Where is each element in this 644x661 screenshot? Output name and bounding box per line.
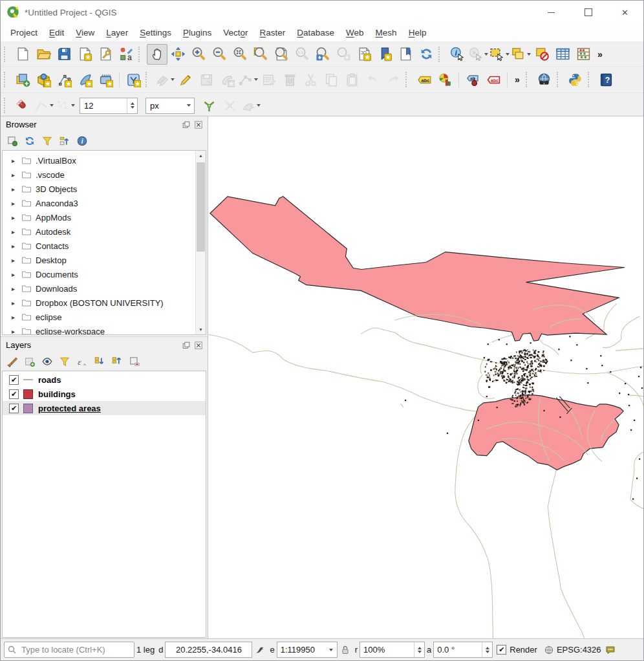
layer-item-roads[interactable]: ✔roads — [3, 373, 206, 387]
browser-item--virtualbox[interactable]: ▸.VirtualBox — [3, 153, 206, 168]
expand-arrow-icon[interactable]: ▸ — [12, 186, 21, 193]
browser-close-icon[interactable] — [193, 120, 204, 130]
open-project-button[interactable] — [33, 44, 54, 65]
deselect-features-button[interactable] — [531, 44, 552, 65]
dropdown-caret-icon[interactable] — [171, 78, 175, 81]
browser-item-autodesk[interactable]: ▸Autodesk — [3, 224, 206, 239]
toolbar-handle[interactable] — [438, 47, 445, 62]
scroll-up-icon[interactable]: ▲ — [196, 151, 206, 160]
expand-arrow-icon[interactable]: ▸ — [12, 314, 21, 321]
render-checkbox[interactable]: ✔ Render — [497, 645, 537, 655]
zoom-full-button[interactable] — [230, 44, 250, 65]
zoom-native-button[interactable]: 1:1 — [292, 44, 312, 65]
menu-item-web[interactable]: Web — [340, 25, 370, 40]
menu-item-view[interactable]: View — [70, 25, 100, 40]
new-print-layout-button[interactable] — [74, 44, 95, 65]
menu-item-help[interactable]: Help — [403, 25, 433, 40]
layer-visibility-checkbox[interactable]: ✔ — [9, 389, 19, 399]
style-manager-button[interactable]: a — [116, 44, 136, 65]
expand-arrow-icon[interactable]: ▸ — [12, 200, 21, 207]
topological-editing-button[interactable] — [199, 95, 219, 116]
toolbar-extension-button[interactable]: » — [594, 49, 606, 60]
layer-labeling-button[interactable]: abc — [414, 69, 435, 90]
new-bookmark-button[interactable] — [374, 44, 395, 65]
menu-item-edit[interactable]: Edit — [43, 25, 70, 40]
browser-item--vscode[interactable]: ▸.vscode — [3, 168, 206, 182]
dropdown-caret-icon[interactable] — [254, 78, 258, 81]
collapse-all-button[interactable] — [111, 355, 123, 368]
snapping-tolerance-spinbox[interactable]: 12 — [80, 98, 138, 114]
toolbar-handle[interactable] — [588, 72, 594, 87]
expand-arrow-icon[interactable]: ▸ — [12, 328, 21, 335]
layout-manager-button[interactable] — [95, 44, 116, 65]
dropdown-caret-icon[interactable] — [71, 104, 75, 107]
new-shapefile-layer-button[interactable] — [54, 69, 74, 90]
pin-labels-button[interactable]: ab — [462, 69, 483, 90]
expand-arrow-icon[interactable]: ▸ — [12, 271, 21, 278]
expand-arrow-icon[interactable]: ▸ — [12, 228, 21, 235]
identify-features-button[interactable]: i — [447, 44, 467, 65]
select-features-button[interactable] — [489, 44, 510, 65]
scale-dropdown-icon[interactable] — [326, 642, 337, 657]
python-console-button[interactable] — [565, 69, 586, 90]
log-messages-icon[interactable] — [605, 644, 616, 656]
maximize-button[interactable] — [570, 1, 606, 24]
menu-item-mesh[interactable]: Mesh — [370, 25, 403, 40]
dropdown-caret-icon[interactable] — [50, 104, 54, 107]
refresh-browser-button[interactable] — [23, 135, 36, 147]
new-project-button[interactable] — [12, 44, 33, 65]
expand-arrow-icon[interactable]: ▸ — [12, 299, 21, 307]
enable-snapping-button[interactable] — [12, 95, 33, 116]
browser-item-3d-objects[interactable]: ▸3D Objects — [3, 182, 206, 196]
map-canvas[interactable] — [208, 116, 643, 639]
close-button[interactable]: ✕ — [606, 1, 643, 24]
expand-arrow-icon[interactable]: ▸ — [12, 243, 21, 250]
crs-status[interactable]: EPSG:4326 — [557, 645, 601, 655]
scale-combobox[interactable]: 1:119950 — [277, 642, 338, 658]
filter-legend-button[interactable] — [58, 355, 71, 368]
save-layer-edits-button[interactable] — [196, 69, 217, 90]
layer-visibility-checkbox[interactable]: ✔ — [9, 375, 19, 385]
open-layer-styling-button[interactable] — [6, 355, 19, 368]
snap-vertex-button[interactable] — [33, 95, 54, 116]
browser-item-eclipse[interactable]: ▸eclipse — [3, 310, 206, 324]
menu-item-settings[interactable]: Settings — [134, 25, 177, 40]
browser-item-eclipse-workspace[interactable]: ▸eclipse-workspace — [3, 324, 206, 335]
save-project-button[interactable] — [54, 44, 74, 65]
add-selected-layers-button[interactable] — [6, 135, 19, 147]
new-virtual-layer-button[interactable] — [123, 69, 144, 90]
new-temporary-scratch-layer-button[interactable] — [95, 69, 116, 90]
filter-expression-button[interactable]: ε — [76, 355, 89, 368]
collapse-tree-button[interactable] — [58, 135, 71, 147]
modify-attributes-button[interactable] — [259, 69, 279, 90]
snapping-intersection-button[interactable] — [219, 95, 240, 116]
toolbar-handle[interactable] — [138, 47, 145, 62]
highlight-pinned-labels-button[interactable]: abc — [483, 69, 504, 90]
data-source-manager-button[interactable] — [12, 69, 33, 90]
browser-scrollbar[interactable]: ▲▼ — [195, 151, 206, 334]
toolbar-extension-button[interactable]: » — [511, 74, 524, 85]
menu-item-project[interactable]: Project — [5, 25, 43, 40]
browser-item-desktop[interactable]: ▸Desktop — [3, 253, 206, 267]
new-spatialite-layer-button[interactable] — [74, 69, 95, 90]
layers-float-icon[interactable] — [181, 340, 191, 351]
dropdown-caret-icon[interactable] — [257, 104, 261, 107]
toolbar-handle[interactable] — [4, 98, 10, 113]
browser-item-documents[interactable]: ▸Documents — [3, 267, 206, 281]
scrollbar-thumb[interactable] — [197, 162, 205, 252]
add-group-button[interactable] — [23, 355, 36, 368]
layer-diagram-button[interactable] — [435, 69, 455, 90]
dropdown-caret-icon[interactable] — [484, 53, 488, 56]
layer-visibility-checkbox[interactable]: ✔ — [9, 404, 19, 413]
browser-item-appmods[interactable]: ▸AppMods — [3, 210, 206, 224]
current-edits-button[interactable] — [154, 69, 175, 90]
expand-arrow-icon[interactable]: ▸ — [12, 257, 21, 264]
browser-item-contacts[interactable]: ▸Contacts — [3, 239, 206, 253]
open-attribute-table-button[interactable] — [552, 44, 573, 65]
dropdown-caret-icon[interactable] — [527, 53, 531, 56]
scroll-down-icon[interactable]: ▼ — [196, 325, 206, 334]
zoom-last-button[interactable] — [312, 44, 333, 65]
metasearch-button[interactable] — [534, 69, 555, 90]
select-features-by-value-button[interactable] — [510, 44, 531, 65]
browser-float-icon[interactable] — [181, 120, 191, 130]
